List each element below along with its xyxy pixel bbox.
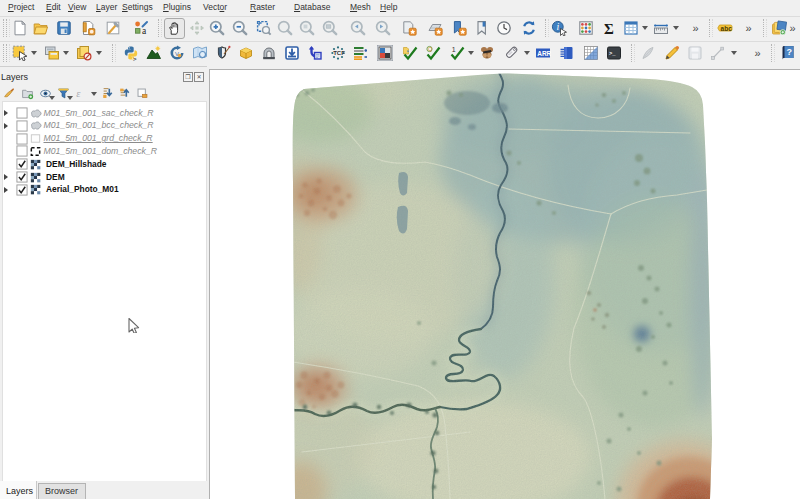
svg-text:ε: ε (76, 88, 81, 99)
svg-text:»: » (746, 22, 752, 34)
svg-text:»: » (693, 22, 699, 34)
svg-text:»: » (755, 47, 761, 59)
svg-text:ARR: ARR (537, 50, 551, 57)
svg-text:Q: Q (428, 46, 433, 52)
svg-text:a: a (142, 26, 147, 36)
svg-text:?: ? (787, 47, 793, 57)
svg-text:»: » (790, 22, 796, 34)
svg-text:Σ: Σ (604, 21, 614, 37)
svg-text:1: 1 (452, 46, 456, 53)
svg-text:i: i (556, 21, 559, 32)
svg-text:abc: abc (721, 25, 733, 32)
svg-text:>_: >_ (609, 50, 616, 57)
svg-text:>: > (133, 56, 137, 62)
svg-text:TCF: TCF (333, 50, 345, 56)
